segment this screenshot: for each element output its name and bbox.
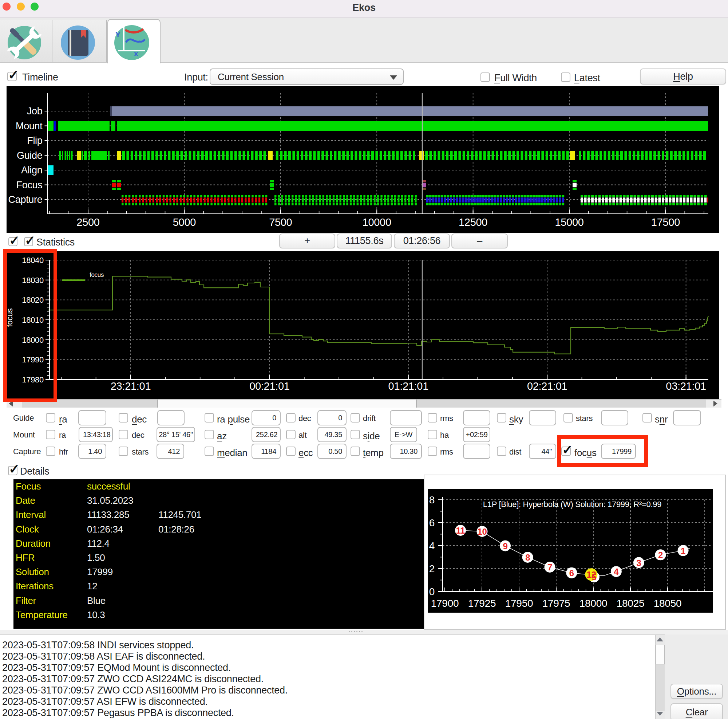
svg-text:17975: 17975 — [542, 598, 570, 609]
svg-text:02:21:01: 02:21:01 — [527, 380, 567, 392]
svg-text:15000: 15000 — [555, 216, 583, 228]
svg-text:Flip: Flip — [27, 135, 42, 146]
svg-text:7500: 7500 — [269, 216, 292, 228]
svg-text:x: x — [134, 49, 138, 58]
svg-text:Y: Y — [115, 30, 121, 38]
svg-text:10000: 10000 — [362, 216, 391, 228]
svg-text:18000: 18000 — [580, 598, 607, 609]
svg-text:L1P [Blue]: Hyperbola (W) Solu: L1P [Blue]: Hyperbola (W) Solution: 1799… — [483, 500, 661, 509]
svg-text:Focus: Focus — [16, 179, 42, 190]
svg-text:Guide: Guide — [17, 150, 43, 161]
svg-text:11: 11 — [456, 526, 465, 535]
svg-text:2: 2 — [658, 550, 663, 560]
svg-text:00:21:01: 00:21:01 — [249, 380, 290, 392]
svg-text:8: 8 — [429, 494, 434, 506]
svg-text:6: 6 — [429, 517, 434, 529]
svg-text:12: 12 — [586, 570, 596, 579]
svg-text:focus: focus — [90, 271, 104, 278]
svg-text:01:21:01: 01:21:01 — [388, 380, 429, 392]
svg-text:17500: 17500 — [651, 216, 680, 228]
svg-text:3: 3 — [636, 558, 641, 568]
svg-text:6: 6 — [569, 568, 574, 578]
svg-text:17925: 17925 — [468, 598, 496, 609]
svg-text:2500: 2500 — [76, 216, 99, 228]
svg-text:Job: Job — [27, 106, 43, 117]
svg-text:0: 0 — [429, 586, 434, 597]
svg-text:1: 1 — [681, 546, 685, 556]
svg-text:4: 4 — [429, 540, 434, 552]
svg-text:12500: 12500 — [459, 216, 487, 228]
svg-text:Align: Align — [21, 165, 43, 176]
svg-text:18025: 18025 — [616, 598, 644, 609]
svg-text:Mount: Mount — [16, 121, 43, 132]
svg-text:8: 8 — [525, 553, 530, 563]
svg-text:5000: 5000 — [173, 216, 196, 228]
svg-text:2: 2 — [429, 563, 434, 574]
svg-text:7: 7 — [548, 563, 552, 572]
svg-text:23:21:01: 23:21:01 — [111, 380, 151, 392]
svg-text:4: 4 — [614, 567, 619, 576]
svg-text:03:21:01: 03:21:01 — [666, 380, 706, 392]
svg-text:9: 9 — [503, 541, 508, 551]
svg-text:18050: 18050 — [654, 598, 681, 609]
svg-text:17950: 17950 — [505, 598, 533, 609]
svg-text:17900: 17900 — [431, 598, 459, 609]
svg-text:Capture: Capture — [8, 194, 43, 205]
svg-text:10: 10 — [477, 527, 487, 537]
